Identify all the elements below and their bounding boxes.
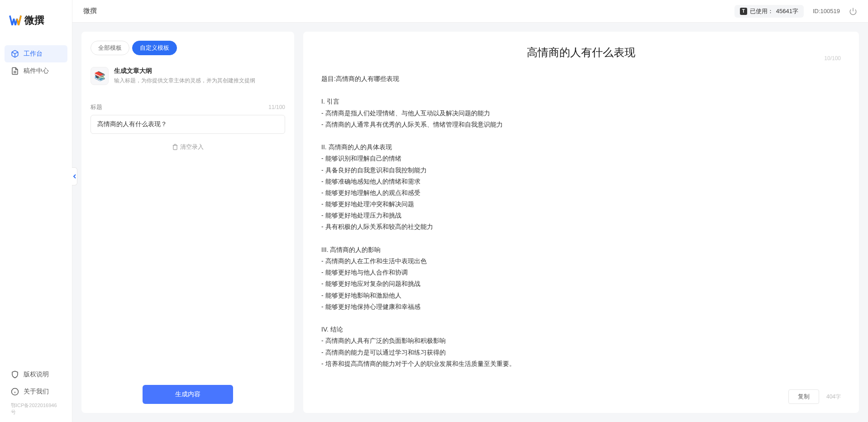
topbar: 微撰 T 已使用：45641字 ID:100519 — [72, 0, 868, 23]
shield-icon — [11, 370, 19, 379]
sidebar: 微撰 工作台 稿件中心 版权说明 关于我们 鄂ICP备202201 — [0, 0, 72, 422]
generate-button[interactable]: 生成内容 — [143, 385, 233, 404]
footer-about[interactable]: 关于我们 — [5, 383, 67, 400]
template-card: 📚 生成文章大纲 输入标题，为你提供文章主体的灵感，并为其创建推文提纲 — [91, 64, 285, 94]
usage-label: 已使用： — [750, 7, 773, 15]
footer-copyright[interactable]: 版权说明 — [5, 366, 67, 383]
result-title[interactable]: 高情商的人有什么表现 — [527, 45, 635, 60]
tab-all-templates[interactable]: 全部模板 — [91, 41, 129, 55]
footer-item-label: 关于我们 — [24, 388, 49, 396]
logo-text: 微撰 — [24, 14, 44, 27]
template-books-icon: 📚 — [91, 67, 109, 85]
logo-icon — [9, 14, 22, 27]
field-char-count: 11/100 — [268, 104, 285, 110]
result-panel: 高情商的人有什么表现 10/100 题目:高情商的人有哪些表现 I. 引言 - … — [303, 32, 859, 413]
trash-icon — [172, 144, 178, 150]
document-icon — [11, 67, 19, 75]
template-title: 生成文章大纲 — [114, 67, 285, 75]
clear-label: 清空录入 — [180, 143, 204, 151]
page-title: 微撰 — [83, 7, 97, 15]
nav-list: 工作台 稿件中心 — [0, 45, 72, 366]
usage-value: 45641字 — [776, 7, 798, 15]
template-tabs: 全部模板 自定义模板 — [91, 41, 285, 55]
result-body[interactable]: 题目:高情商的人有哪些表现 I. 引言 - 高情商是指人们处理情绪、与他人互动以… — [321, 73, 841, 380]
sidebar-footer: 版权说明 关于我们 鄂ICP备2022016946号 — [0, 366, 72, 422]
input-panel: 全部模板 自定义模板 📚 生成文章大纲 输入标题，为你提供文章主体的灵感，并为其… — [81, 32, 294, 413]
user-id: ID:100519 — [813, 8, 840, 14]
icp-text: 鄂ICP备2022016946号 — [5, 400, 67, 417]
chevron-left-icon — [73, 174, 76, 179]
tab-custom-templates[interactable]: 自定义模板 — [132, 41, 177, 55]
usage-badge[interactable]: T 已使用：45641字 — [734, 5, 804, 18]
nav-item-label: 稿件中心 — [24, 67, 49, 75]
nav-drafts[interactable]: 稿件中心 — [5, 62, 67, 80]
title-input[interactable] — [91, 115, 285, 134]
logo[interactable]: 微撰 — [0, 0, 72, 45]
field-label-title: 标题 — [91, 103, 102, 111]
nav-item-label: 工作台 — [24, 50, 43, 58]
cube-icon — [11, 50, 19, 58]
result-title-count: 10/100 — [824, 55, 841, 62]
text-icon: T — [740, 8, 747, 15]
copy-button[interactable]: 复制 — [788, 389, 819, 404]
template-desc: 输入标题，为你提供文章主体的灵感，并为其创建推文提纲 — [114, 77, 285, 85]
sidebar-collapse-handle[interactable] — [72, 167, 77, 185]
nav-workbench[interactable]: 工作台 — [5, 45, 67, 62]
info-icon — [11, 388, 19, 396]
power-icon[interactable] — [849, 7, 857, 15]
word-count: 404字 — [826, 393, 841, 401]
footer-item-label: 版权说明 — [24, 370, 49, 379]
clear-input-button[interactable]: 清空录入 — [172, 143, 204, 151]
